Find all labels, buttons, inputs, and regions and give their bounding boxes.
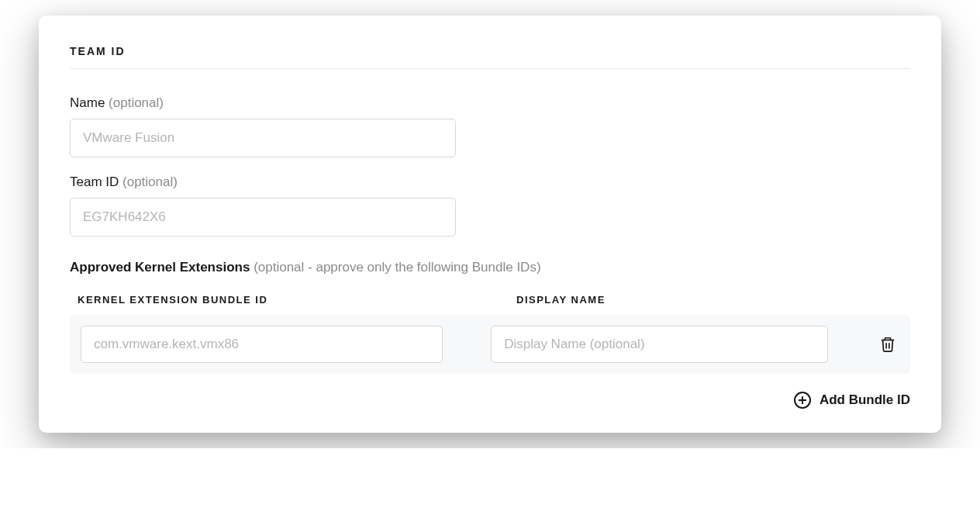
bundle-row <box>70 315 910 374</box>
name-label: Name (optional) <box>70 95 910 111</box>
header-display-name: DISPLAY NAME <box>516 294 606 306</box>
add-bundle-id-button[interactable]: Add Bundle ID <box>793 391 910 409</box>
approved-extensions-label: Approved Kernel Extensions (optional - a… <box>70 260 910 275</box>
name-label-text: Name <box>70 95 105 110</box>
team-id-card: TEAM ID Name (optional) Team ID (optiona… <box>39 16 941 433</box>
approved-hint-text: (optional - approve only the following B… <box>254 260 540 275</box>
section-title: TEAM ID <box>70 45 910 69</box>
name-optional-text: (optional) <box>109 95 164 110</box>
header-bundle-id: KERNEL EXTENSION BUNDLE ID <box>78 294 369 306</box>
add-row-container: Add Bundle ID <box>70 391 910 409</box>
delete-row-button[interactable] <box>876 332 899 357</box>
team-id-label: Team ID (optional) <box>70 174 910 190</box>
name-input[interactable] <box>70 119 456 157</box>
team-id-optional-text: (optional) <box>122 174 178 189</box>
bundle-id-input[interactable] <box>81 326 443 363</box>
table-headers: KERNEL EXTENSION BUNDLE ID DISPLAY NAME <box>70 294 910 306</box>
add-button-label: Add Bundle ID <box>820 392 910 408</box>
plus-circle-icon <box>793 391 812 409</box>
team-id-label-text: Team ID <box>70 174 119 189</box>
approved-label-text: Approved Kernel Extensions <box>70 260 250 275</box>
team-id-input[interactable] <box>70 198 456 237</box>
trash-icon <box>879 335 896 354</box>
display-name-input[interactable] <box>491 326 828 363</box>
